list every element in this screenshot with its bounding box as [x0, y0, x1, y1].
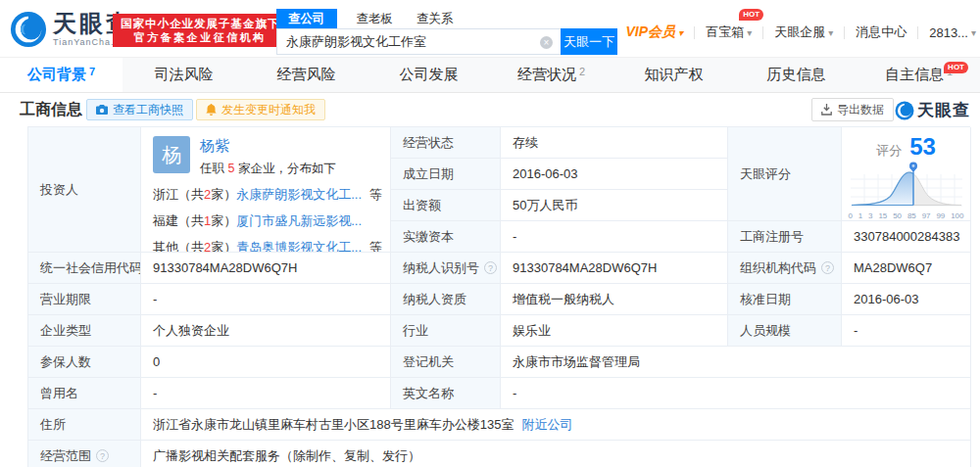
- logo-swirl-icon: [10, 11, 47, 48]
- download-icon: [821, 104, 832, 116]
- field-label-orgcode: 组织机构代码?: [728, 253, 842, 284]
- watermark-text: 天眼查: [917, 99, 970, 121]
- search-tab-boss[interactable]: 查老板: [357, 11, 394, 27]
- field-label-insured: 参保人数: [28, 347, 141, 378]
- logo-swirl-icon: [895, 101, 914, 120]
- field-label-capital: 出资额: [391, 190, 501, 221]
- field-value-paidin: -: [501, 221, 728, 253]
- tab-operating-risk[interactable]: 经营风险: [245, 58, 368, 92]
- score-pin-icon: [909, 163, 917, 173]
- field-label-paidin: 实缴资本: [391, 221, 501, 253]
- company-link[interactable]: 青岛奥博影视文化工...: [236, 239, 362, 253]
- export-data-button[interactable]: 导出数据: [811, 98, 894, 121]
- score-distribution-chart: [849, 161, 964, 211]
- field-value-english: -: [501, 378, 971, 409]
- search-button[interactable]: 天眼一下: [561, 28, 617, 55]
- field-label-staff: 人员规模: [728, 315, 842, 347]
- clear-icon[interactable]: ×: [540, 36, 553, 49]
- help-icon[interactable]: ?: [96, 449, 109, 462]
- bell-icon: [206, 104, 217, 116]
- company-link[interactable]: 永康萨朗影视文化工...: [236, 186, 362, 204]
- company-link[interactable]: 厦门市盛凡新远影视...: [236, 212, 362, 230]
- field-label-status: 经营状态: [391, 127, 501, 159]
- business-info-table: 投资人 杨 杨紫 任职 5 家企业，分布如下 浙江（共2家） 永康萨朗影视文化工…: [27, 126, 970, 467]
- business-info-toolbar: 工商信息 查看工商快照 发生变更时通知我 导出数据 天眼查: [0, 93, 980, 124]
- field-value-approve: 2016-06-03: [842, 284, 971, 315]
- search-tab-company[interactable]: 查公司: [276, 9, 337, 29]
- score-value: 53: [909, 133, 936, 160]
- score-caption: 评分: [876, 143, 902, 158]
- badge-line1: 国家中小企业发展子基金旗下: [121, 17, 280, 30]
- site-header: 天眼查 TianYanCha.com 国家中小企业发展子基金旗下 官方备案企业征…: [0, 0, 980, 57]
- field-value-staff: -: [842, 315, 971, 347]
- section-tabbar: 公司背景7 司法风险 经营风险 公司发展 经营状况2 知识产权 历史信息 自主信…: [0, 57, 980, 93]
- field-value-status: 存续: [501, 127, 728, 159]
- nav-enterprise-service[interactable]: 天眼企服▾: [774, 23, 833, 41]
- tab-company-background[interactable]: 公司背景7: [0, 58, 122, 92]
- field-value-established: 2016-06-03: [501, 159, 728, 190]
- field-value-term: -: [141, 284, 391, 315]
- hot-badge: HOT: [739, 9, 763, 21]
- investor-description: 任职 5 家企业，分布如下: [200, 161, 336, 177]
- camera-icon: [96, 105, 108, 116]
- field-label-taxpayer: 纳税人资质: [391, 284, 501, 315]
- help-icon[interactable]: ?: [484, 261, 497, 274]
- field-label-type: 企业类型: [28, 315, 141, 347]
- score-axis-labels: 0131550859799100: [849, 211, 964, 220]
- nav-user-account[interactable]: 2813...▾: [929, 25, 976, 40]
- search-area: 查公司 查老板 查关系 × 天眼一下: [276, 9, 617, 55]
- chevron-down-icon: ▾: [678, 27, 683, 38]
- tab-judicial-risk[interactable]: 司法风险: [122, 58, 245, 92]
- search-tab-relation[interactable]: 查关系: [416, 11, 454, 27]
- field-label-authority: 登记机关: [391, 347, 501, 378]
- investor-region-row: 浙江（共2家） 永康萨朗影视文化工...等: [153, 186, 378, 204]
- section-title: 工商信息: [20, 100, 82, 120]
- field-label-english: 英文名称: [391, 378, 501, 409]
- help-icon[interactable]: ?: [821, 261, 834, 274]
- nearby-companies-link[interactable]: 附近公司: [521, 416, 572, 434]
- header-nav: VIP会员▾ HOT 百宝箱▾ 天眼企服▾ 消息中心 2813...▾: [626, 23, 976, 41]
- nav-toolbox[interactable]: HOT 百宝箱▾: [706, 23, 752, 41]
- field-value-uscc: 91330784MA28DW6Q7H: [141, 253, 391, 284]
- view-snapshot-button[interactable]: 查看工商快照: [86, 99, 193, 120]
- score-chart-cell[interactable]: 评分53: [842, 127, 971, 221]
- chevron-down-icon: ▾: [747, 27, 752, 38]
- investor-name-link[interactable]: 杨紫: [200, 137, 336, 156]
- investor-region-row: 其他（共2家） 青岛奥博影视文化工...等: [153, 239, 378, 253]
- tab-operating-status[interactable]: 经营状况2: [490, 58, 612, 92]
- tab-history-info[interactable]: 历史信息: [735, 58, 858, 92]
- investor-avatar[interactable]: 杨: [153, 136, 190, 173]
- field-label-address: 住所: [28, 409, 141, 441]
- notify-change-button[interactable]: 发生变更时通知我: [196, 99, 325, 120]
- field-value-address: 浙江省永康市龙山镇里麻车村古里小区188号里麻车办公楼135室 附近公司: [141, 409, 971, 441]
- watermark-logo: 天眼查: [895, 99, 970, 121]
- field-value-capital: 50万人民币: [501, 190, 728, 221]
- field-value-authority: 永康市市场监督管理局: [501, 347, 971, 378]
- tab-self-info[interactable]: 自主信息1 HOT: [858, 58, 980, 92]
- field-value-type: 个人独资企业: [141, 315, 391, 347]
- field-value-orgcode: MA28DW6Q7: [842, 253, 971, 284]
- field-value-regno: 330784000284383: [842, 221, 971, 253]
- field-value-scope: 广播影视相关配套服务（除制作、复制、发行）: [141, 441, 971, 467]
- tianyancha-company-page: 天眼查 TianYanCha.com 国家中小企业发展子基金旗下 官方备案企业征…: [0, 0, 980, 467]
- chevron-down-icon: ▾: [828, 27, 833, 38]
- investor-region-row: 福建（共1家） 厦门市盛凡新远影视...: [153, 212, 378, 230]
- field-value-insured: 0: [141, 347, 391, 378]
- field-value-taxid: 91330784MA28DW6Q7H: [501, 253, 728, 284]
- tab-company-development[interactable]: 公司发展: [368, 58, 490, 92]
- field-label-approve: 核准日期: [728, 284, 842, 315]
- field-label-taxid: 纳税人识别号?: [391, 253, 501, 284]
- field-label-former: 曾用名: [28, 378, 141, 409]
- nav-vip[interactable]: VIP会员▾: [626, 23, 684, 41]
- search-input[interactable]: [277, 29, 561, 54]
- hot-badge: HOT: [944, 62, 968, 73]
- field-value-taxpayer: 增值税一般纳税人: [501, 284, 728, 315]
- tab-intellectual-property[interactable]: 知识产权: [612, 58, 735, 92]
- field-label-term: 营业期限: [28, 284, 141, 315]
- field-value-industry: 娱乐业: [501, 315, 728, 347]
- field-label-score: 天眼评分: [728, 127, 842, 221]
- chevron-down-icon: ▾: [971, 27, 976, 38]
- investor-cell: 杨 杨紫 任职 5 家企业，分布如下 浙江（共2家） 永康萨朗影视文化工...等…: [141, 127, 391, 253]
- nav-message-center[interactable]: 消息中心: [856, 23, 906, 41]
- field-label-established: 成立日期: [391, 159, 501, 190]
